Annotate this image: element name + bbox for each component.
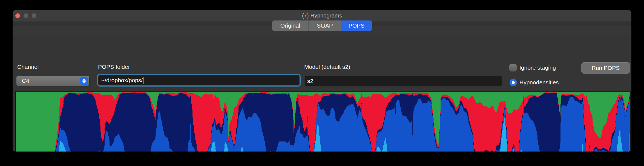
traffic-lights [15, 10, 36, 21]
hypnograms-window: (7) Hypnograms Original SOAP POPS Channe… [13, 10, 631, 152]
hypnodensities-label: Hypnodensities [519, 79, 559, 86]
hypnodensities-radio[interactable] [510, 79, 517, 86]
content-panel: Channel POPS folder Model (default s2) C… [13, 35, 630, 152]
view-segmented-control: Original SOAP POPS [272, 20, 372, 31]
model-value: s2 [307, 78, 313, 84]
zoom-button[interactable] [32, 13, 36, 18]
model-input[interactable]: s2 [304, 76, 502, 86]
channel-label: Channel [17, 64, 39, 71]
tab-original[interactable]: Original [272, 20, 308, 31]
close-button[interactable] [15, 13, 20, 18]
hypnodensity-canvas [16, 92, 630, 152]
tab-pops[interactable]: POPS [341, 20, 372, 31]
ignore-staging-label: Ignore staging [519, 64, 556, 71]
channel-dropdown[interactable]: C4 [16, 76, 89, 86]
minimize-button[interactable] [24, 13, 28, 18]
model-label: Model (default s2) [304, 64, 350, 71]
pops-folder-input[interactable]: ~/dropbox/pops/ [97, 74, 301, 87]
dropdown-stepper-icon [80, 77, 88, 85]
text-caret [143, 77, 143, 84]
pops-folder-value: ~/dropbox/pops/ [101, 77, 143, 84]
tab-soap[interactable]: SOAP [308, 20, 341, 31]
ignore-staging-checkbox[interactable] [509, 64, 517, 72]
titlebar: (7) Hypnograms [13, 10, 631, 21]
run-pops-button[interactable]: Run POPS [581, 62, 630, 74]
window-title: (7) Hypnograms [302, 13, 342, 19]
hypnodensity-chart [15, 91, 631, 152]
channel-value: C4 [16, 78, 80, 84]
pops-folder-label: POPS folder [98, 64, 130, 71]
